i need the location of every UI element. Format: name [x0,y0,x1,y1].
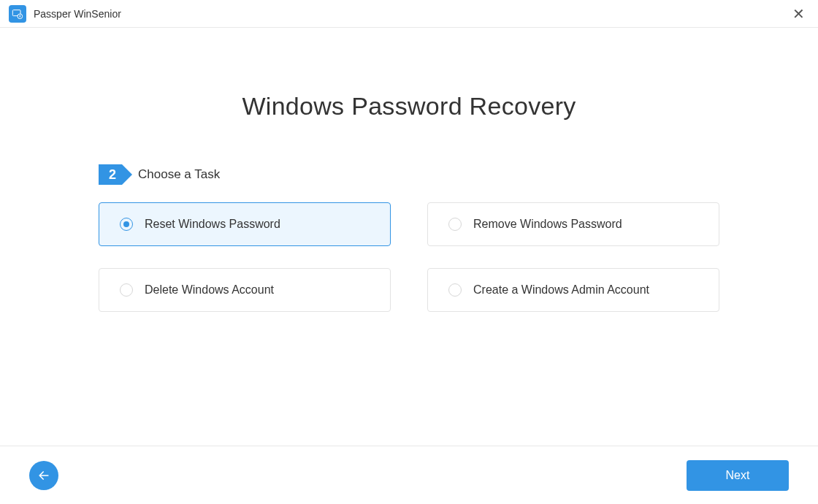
step-header: 2 Choose a Task [99,164,719,185]
task-label: Delete Windows Account [145,283,274,297]
app-logo-icon [9,5,26,23]
task-grid: Reset Windows Password Remove Windows Pa… [99,202,719,312]
step-number-badge: 2 [99,164,122,185]
task-option-reset-password[interactable]: Reset Windows Password [99,202,391,246]
task-option-create-admin[interactable]: Create a Windows Admin Account [427,268,719,312]
next-button[interactable]: Next [687,460,789,491]
page-title: Windows Password Recovery [99,92,719,121]
radio-icon [120,283,133,297]
radio-icon [120,218,133,231]
back-button[interactable] [29,461,58,490]
main-content: Windows Password Recovery 2 Choose a Tas… [0,28,818,312]
step-number: 2 [109,167,116,183]
step-label: Choose a Task [138,167,220,182]
task-option-delete-account[interactable]: Delete Windows Account [99,268,391,312]
task-label: Create a Windows Admin Account [473,283,649,297]
close-button[interactable]: ✕ [787,3,809,25]
app-title: Passper WinSenior [34,8,121,20]
radio-icon [448,218,462,231]
radio-dot-icon [123,221,129,227]
titlebar: Passper WinSenior ✕ [0,0,818,28]
task-label: Reset Windows Password [145,218,280,231]
svg-rect-3 [20,15,20,17]
radio-icon [448,283,462,297]
close-icon: ✕ [792,5,805,23]
footer: Next [0,446,818,504]
task-label: Remove Windows Password [473,218,622,231]
arrow-left-icon [37,468,51,483]
task-option-remove-password[interactable]: Remove Windows Password [427,202,719,246]
